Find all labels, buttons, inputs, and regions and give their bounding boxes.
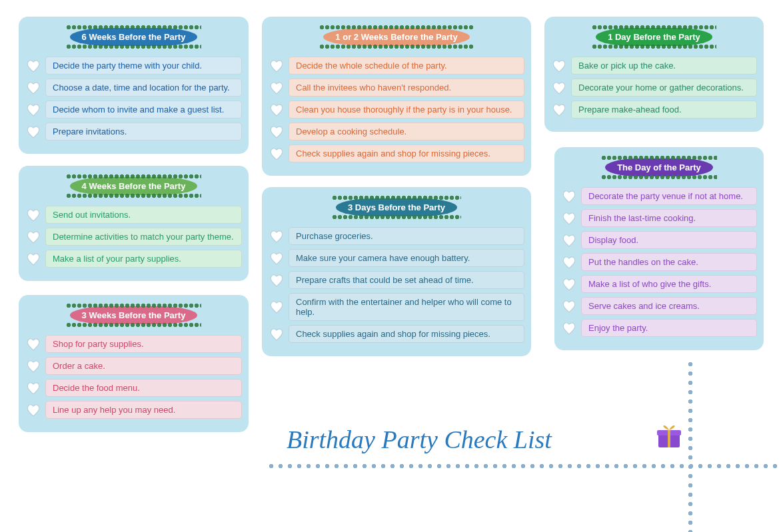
page-title: Birthday Party Check List — [287, 425, 552, 454]
heart-icon[interactable] — [25, 103, 41, 117]
card-header: 3 Weeks Before the Party — [25, 299, 242, 331]
checklist-row: Make sure your camera have enough batter… — [269, 249, 524, 267]
checklist-row: Decide the party theme with your child. — [25, 57, 242, 75]
heart-icon[interactable] — [269, 273, 285, 288]
heart-icon[interactable] — [551, 81, 567, 95]
checklist-row: Check supplies again and shop for missin… — [269, 325, 524, 343]
checklist-row: Confirm with the entertainer and helper … — [269, 293, 524, 321]
card-one-two-weeks: 1 or 2 Weeks Before the Party Decide the… — [262, 17, 531, 176]
decorative-beads-horizontal — [267, 462, 779, 470]
checklist-row: Make a list of your party supplies. — [25, 250, 242, 268]
heart-icon[interactable] — [269, 327, 285, 342]
checklist-row: Send out invitations. — [25, 206, 242, 224]
checklist-row: Decide whom to invite and make a guest l… — [25, 101, 242, 119]
heart-icon[interactable] — [25, 125, 41, 139]
heart-icon[interactable] — [561, 233, 577, 248]
heart-icon[interactable] — [269, 251, 285, 266]
card-header-label: 1 Day Before the Party — [596, 28, 712, 46]
heart-icon[interactable] — [561, 277, 577, 292]
checklist-item-label: Prepare invitations. — [45, 123, 242, 140]
card-header: 1 or 2 Weeks Before the Party — [269, 21, 524, 53]
heart-icon[interactable] — [561, 321, 577, 336]
heart-icon[interactable] — [269, 229, 285, 244]
checklist-row: Purchase groceries. — [269, 227, 524, 245]
checklist-item-label: Finish the last-time cooking. — [581, 209, 757, 227]
heart-icon[interactable] — [269, 103, 285, 117]
card-four-weeks: 4 Weeks Before the Party Send out invita… — [19, 166, 249, 281]
checklist-item-label: Develop a cooking schedule. — [289, 123, 524, 140]
checklist-row: Line up any help you may need. — [25, 401, 242, 419]
checklist-row: Display food. — [561, 231, 757, 249]
heart-icon[interactable] — [269, 146, 285, 161]
card-header: 4 Weeks Before the Party — [25, 170, 242, 202]
heart-icon[interactable] — [25, 59, 41, 73]
checklist-row: Prepare make-ahead food. — [551, 101, 757, 119]
checklist-item-label: Decide the party theme with your child. — [45, 57, 242, 75]
checklist-item-label: Make a list of who give the gifts. — [581, 275, 757, 293]
heart-icon[interactable] — [269, 125, 285, 139]
checklist-item-label: Bake or pick up the cake. — [571, 57, 757, 75]
checklist-item-label: Prepare crafts that could be set ahead o… — [289, 271, 524, 289]
heart-icon[interactable] — [25, 81, 41, 95]
checklist-item-label: Line up any help you may need. — [45, 401, 242, 419]
checklist-item-label: Make a list of your party supplies. — [45, 250, 242, 268]
heart-icon[interactable] — [25, 403, 41, 417]
checklist-item-label: Determine activities to match your party… — [45, 228, 242, 246]
checklist-item-label: Display food. — [581, 231, 757, 249]
card-header: 1 Day Before the Party — [551, 21, 757, 53]
checklist-row: Check supplies again and shop for missin… — [269, 144, 524, 162]
checklist-item-label: Call the invitees who haven't responded. — [289, 79, 524, 97]
checklist-item-label: Make sure your camera have enough batter… — [289, 249, 524, 267]
card-three-days: 3 Days Before the Party Purchase groceri… — [262, 187, 531, 356]
checklist-item-label: Order a cake. — [45, 357, 242, 375]
checklist-item-label: Decorate your home or gather decorations… — [571, 79, 757, 97]
checklist-item-label: Send out invitations. — [45, 206, 242, 224]
checklist-row: Prepare invitations. — [25, 123, 242, 140]
heart-icon[interactable] — [561, 299, 577, 314]
checklist-item-label: Purchase groceries. — [289, 227, 524, 245]
heart-icon[interactable] — [269, 59, 285, 73]
checklist-item-label: Prepare make-ahead food. — [571, 101, 757, 119]
card-header-label: The Day of the Party — [605, 158, 713, 176]
heart-icon[interactable] — [25, 359, 41, 374]
checklist-row: Decide the food menu. — [25, 379, 242, 397]
heart-icon[interactable] — [561, 211, 577, 226]
checklist-row: Decorate your home or gather decorations… — [551, 79, 757, 97]
heart-icon[interactable] — [551, 59, 567, 73]
card-header: 3 Days Before the Party — [269, 191, 524, 223]
heart-icon[interactable] — [561, 189, 577, 204]
card-header-label: 4 Weeks Before the Party — [70, 177, 198, 195]
checklist-item-label: Decide the food menu. — [45, 379, 242, 397]
svg-rect-2 — [668, 430, 670, 447]
gift-icon — [654, 421, 684, 450]
checklist-row: Make a list of who give the gifts. — [561, 275, 757, 293]
checklist-row: Bake or pick up the cake. — [551, 57, 757, 75]
heart-icon[interactable] — [551, 103, 567, 117]
checklist-item-label: Choose a date, time and location for the… — [45, 79, 242, 97]
heart-icon[interactable] — [25, 230, 41, 244]
checklist-row: Shop for party supplies. — [25, 335, 242, 353]
heart-icon[interactable] — [561, 255, 577, 270]
checklist-row: Determine activities to match your party… — [25, 228, 242, 246]
checklist-item-label: Decide the whole schedule of the party. — [289, 57, 524, 75]
card-header-label: 6 Weeks Before the Party — [70, 28, 198, 46]
heart-icon[interactable] — [25, 208, 41, 222]
heart-icon[interactable] — [25, 337, 41, 352]
card-day-of: The Day of the Party Decorate the party … — [554, 147, 764, 350]
heart-icon[interactable] — [269, 300, 285, 314]
checklist-item-label: Decide whom to invite and make a guest l… — [45, 101, 242, 119]
checklist-row: Enjoy the party. — [561, 319, 757, 337]
checklist-row: Choose a date, time and location for the… — [25, 79, 242, 97]
checklist-item-label: Confirm with the entertainer and helper … — [289, 293, 524, 321]
checklist-item-label: Check supplies again and shop for missin… — [289, 144, 524, 162]
heart-icon[interactable] — [25, 252, 41, 266]
card-header: 6 Weeks Before the Party — [25, 21, 242, 53]
heart-icon[interactable] — [25, 381, 41, 396]
heart-icon[interactable] — [269, 81, 285, 95]
checklist-item-label: Serve cakes and ice creams. — [581, 297, 757, 315]
checklist-row: Prepare crafts that could be set ahead o… — [269, 271, 524, 289]
checklist-item-label: Put the handles on the cake. — [581, 253, 757, 271]
checklist-row: Serve cakes and ice creams. — [561, 297, 757, 315]
card-header-label: 1 or 2 Weeks Before the Party — [323, 28, 469, 46]
checklist-item-label: Clean you house thoroughly if the party … — [289, 101, 524, 119]
